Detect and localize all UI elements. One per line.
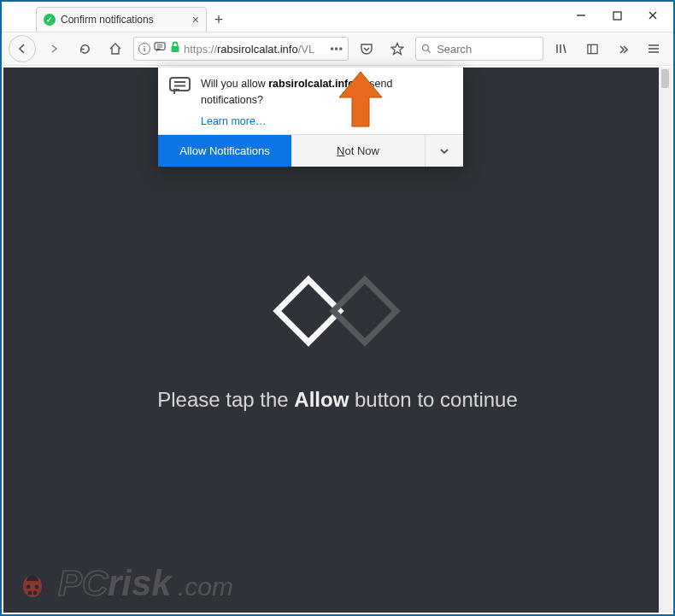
site-info-icon[interactable]: i	[138, 43, 150, 55]
tab-title: Confirm notifications	[61, 14, 187, 26]
notnow-accesskey: N	[337, 144, 344, 157]
library-button[interactable]	[549, 36, 574, 62]
pocket-button[interactable]	[354, 36, 379, 62]
favicon-check-icon: ✓	[44, 14, 56, 26]
url-host: rabsirolcalat.info	[217, 43, 298, 56]
svg-text:PC: PC	[58, 563, 109, 603]
window-controls	[563, 4, 671, 26]
reload-button[interactable]	[72, 36, 97, 62]
forward-button[interactable]	[41, 36, 67, 62]
titlebar: ✓ Confirm notifications × +	[2, 2, 673, 32]
tab-close-button[interactable]: ×	[192, 13, 199, 26]
new-tab-button[interactable]: +	[207, 8, 231, 32]
notnow-rest: ot Now	[344, 144, 379, 157]
search-icon	[421, 43, 431, 55]
svg-point-8	[423, 44, 429, 50]
watermark: PC risk .com	[14, 561, 280, 607]
svg-line-9	[428, 50, 431, 53]
maximize-button[interactable]	[599, 4, 635, 26]
svg-text:risk: risk	[108, 563, 173, 603]
annotation-arrow-icon	[335, 70, 386, 133]
svg-point-26	[28, 591, 32, 595]
svg-point-27	[33, 591, 38, 595]
close-window-button[interactable]	[635, 4, 671, 26]
browser-window: ✓ Confirm notifications × +	[0, 0, 675, 616]
url-scheme: https://	[184, 43, 217, 56]
permission-text: Will you allow rabsirolcalat.info to sen…	[201, 76, 453, 129]
url-path: /VL	[298, 43, 315, 56]
url-text: https://rabsirolcalat.info/VL	[184, 43, 314, 56]
learn-more-link[interactable]: Learn more…	[201, 114, 266, 130]
minimize-button[interactable]	[563, 4, 599, 26]
address-bar[interactable]: i https://rabsirolcalat.info/VL •••	[133, 37, 349, 61]
not-now-button[interactable]: Not Now	[291, 135, 426, 167]
msg-post: button to continue	[349, 388, 517, 411]
watermark-bug-icon	[14, 566, 51, 603]
allow-notifications-button[interactable]: Allow Notifications	[158, 135, 291, 167]
loader-icon	[261, 268, 414, 354]
chat-bubble-icon	[168, 76, 192, 100]
svg-rect-20	[170, 78, 190, 91]
svg-rect-7	[172, 46, 179, 52]
not-now-dropdown[interactable]	[426, 135, 463, 167]
svg-point-25	[35, 585, 39, 590]
search-input[interactable]	[437, 43, 537, 56]
svg-line-12	[564, 44, 566, 53]
svg-text:.com: .com	[178, 572, 233, 601]
msg-pre: Please tap the	[157, 388, 294, 411]
toolbar: i https://rabsirolcalat.info/VL •••	[2, 32, 673, 66]
svg-point-24	[26, 585, 31, 590]
perm-prefix: Will you allow	[201, 78, 268, 90]
notification-permission-popup: Will you allow rabsirolcalat.info to sen…	[158, 67, 463, 167]
watermark-text: PC risk .com	[58, 561, 280, 607]
sidebar-button[interactable]	[579, 36, 605, 62]
scrollbar[interactable]	[659, 67, 672, 613]
home-button[interactable]	[103, 36, 128, 62]
browser-tab[interactable]: ✓ Confirm notifications ×	[36, 7, 207, 32]
lock-icon	[170, 41, 180, 56]
permission-icon[interactable]	[154, 41, 167, 56]
back-button[interactable]	[9, 35, 36, 62]
bookmark-star-button[interactable]	[384, 36, 410, 62]
msg-bold: Allow	[294, 388, 349, 411]
svg-rect-1	[613, 12, 621, 20]
svg-rect-13	[587, 44, 596, 53]
page-actions-button[interactable]: •••	[330, 43, 343, 55]
search-bar[interactable]	[415, 37, 543, 61]
page-message: Please tap the Allow button to continue	[157, 388, 518, 412]
hamburger-menu-button[interactable]	[641, 36, 666, 62]
overflow-button[interactable]	[610, 36, 636, 62]
